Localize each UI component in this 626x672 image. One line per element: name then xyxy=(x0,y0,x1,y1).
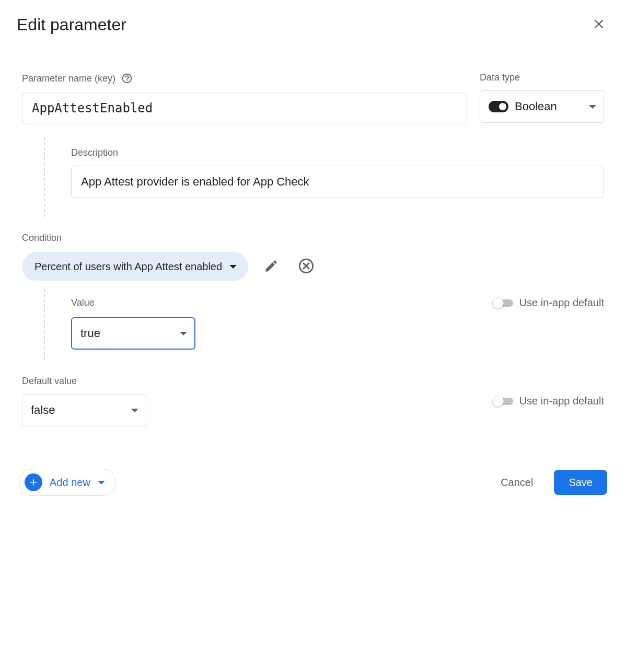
close-button[interactable] xyxy=(588,14,609,36)
switch-thumb xyxy=(492,396,504,407)
close-circle-icon xyxy=(297,257,315,276)
default-value-row: Default value false Use in-app default xyxy=(22,376,604,426)
dialog-header: Edit parameter xyxy=(0,0,626,51)
default-value-text: false xyxy=(31,403,131,417)
condition-chip-text: Percent of users with App Attest enabled xyxy=(34,261,222,273)
data-type-label: Data type xyxy=(480,72,604,83)
plus-circle-icon xyxy=(25,473,42,491)
save-button[interactable]: Save xyxy=(554,470,607,495)
dialog-footer: Add new Cancel Save xyxy=(0,456,626,508)
dialog-body: Parameter name (key) Data type Boolean D… xyxy=(0,51,626,426)
description-label: Description xyxy=(71,147,604,158)
default-use-default-switch[interactable] xyxy=(492,396,513,407)
data-type-group: Data type Boolean xyxy=(480,72,604,124)
chevron-down-icon xyxy=(229,265,237,269)
add-new-button[interactable]: Add new xyxy=(19,469,116,496)
value-header-row: Value Use in-app default xyxy=(71,297,604,309)
edit-condition-button[interactable] xyxy=(261,256,282,278)
use-default-toggle-group: Use in-app default xyxy=(492,297,604,309)
data-type-value: Boolean xyxy=(515,100,583,113)
default-value-dropdown[interactable]: false xyxy=(22,394,146,426)
default-value-left: Default value false xyxy=(22,376,146,426)
cancel-button[interactable]: Cancel xyxy=(494,471,539,494)
data-type-dropdown[interactable]: Boolean xyxy=(480,90,604,123)
dialog-title: Edit parameter xyxy=(17,15,126,34)
condition-label: Condition xyxy=(22,233,604,244)
condition-row: Percent of users with App Attest enabled xyxy=(22,252,604,281)
param-name-input[interactable] xyxy=(22,92,467,124)
default-use-default-toggle: Use in-app default xyxy=(492,395,604,407)
name-and-type-row: Parameter name (key) Data type Boolean xyxy=(22,72,604,124)
default-use-default-label: Use in-app default xyxy=(519,395,604,407)
param-name-group: Parameter name (key) xyxy=(22,72,467,124)
switch-thumb xyxy=(492,297,504,309)
boolean-icon xyxy=(489,101,508,112)
use-default-label: Use in-app default xyxy=(519,297,604,309)
pencil-icon xyxy=(264,259,279,275)
param-name-label-row: Parameter name (key) xyxy=(22,72,467,85)
value-label: Value xyxy=(71,297,95,308)
chevron-down-icon xyxy=(131,409,138,412)
chevron-down-icon xyxy=(589,105,596,109)
description-input[interactable] xyxy=(71,166,604,198)
condition-chip[interactable]: Percent of users with App Attest enabled xyxy=(22,252,248,281)
edit-parameter-dialog: Edit parameter Parameter name (key) Data… xyxy=(0,0,626,529)
help-icon[interactable] xyxy=(121,72,133,85)
condition-value-section: Value Use in-app default true xyxy=(44,288,604,360)
description-section: Description xyxy=(44,137,604,217)
chevron-down-icon xyxy=(98,481,105,484)
default-value-label: Default value xyxy=(22,376,146,387)
footer-actions: Cancel Save xyxy=(494,470,607,495)
condition-value-dropdown[interactable]: true xyxy=(71,317,195,350)
close-icon xyxy=(592,17,606,33)
remove-condition-button[interactable] xyxy=(294,254,318,280)
use-default-switch[interactable] xyxy=(492,297,513,309)
add-new-label: Add new xyxy=(50,477,90,489)
chevron-down-icon xyxy=(180,332,187,335)
condition-value-text: true xyxy=(80,327,180,340)
param-name-label: Parameter name (key) xyxy=(22,73,115,84)
